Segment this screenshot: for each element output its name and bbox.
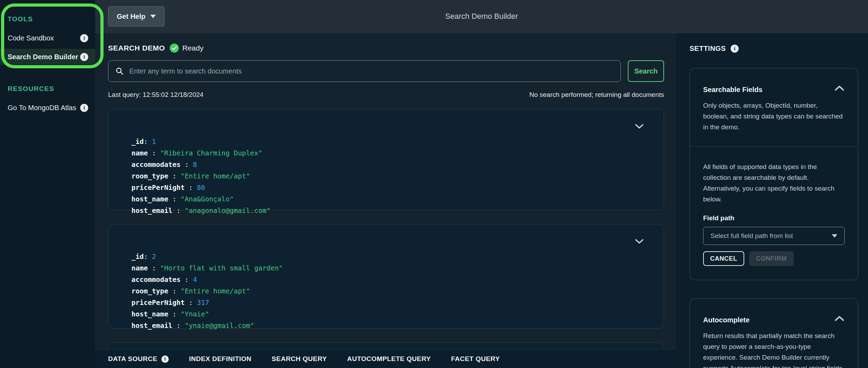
main-content: SEARCH DEMO Ready Search Last query: 12:… xyxy=(95,33,676,368)
top-bar: Get Help Search Demo Builder xyxy=(95,0,868,33)
field-path-label: Field path xyxy=(703,214,845,222)
status-badge: Ready xyxy=(170,44,204,53)
tab-autocomplete-query[interactable]: AUTOCOMPLETE QUERY xyxy=(347,355,431,363)
document-field: pricePerNight : 317 xyxy=(131,297,664,308)
document-json: _id: 2name : "Horto flat with small gard… xyxy=(108,224,664,331)
searchable-fields-description: Only objects, arrays, ObjectId, number, … xyxy=(703,100,845,132)
sidebar-item-label: Code Sandbox xyxy=(8,34,54,42)
document-field: accommodates : 4 xyxy=(131,274,664,285)
document-field: host_name : "Ynaie" xyxy=(131,308,664,320)
check-circle-icon xyxy=(170,44,179,53)
chevron-down-icon xyxy=(150,15,156,18)
document-list: _id: 1name : "Ribeira Charming Duplex"ac… xyxy=(108,109,664,368)
document-field: host_email : "ynaie@gmail.com" xyxy=(131,320,664,331)
searchable-fields-card: Searchable Fields Only objects, arrays, … xyxy=(690,68,858,280)
chevron-up-icon[interactable] xyxy=(834,85,845,93)
field-path-select-value: Select full field path from list xyxy=(710,232,793,240)
info-icon[interactable]: i xyxy=(161,355,169,363)
get-help-button[interactable]: Get Help xyxy=(108,6,165,26)
chevron-down-icon xyxy=(832,234,837,238)
result-note: No search performed; returning all docum… xyxy=(529,91,664,99)
autocomplete-card: Autocomplete Return results that partial… xyxy=(690,298,858,368)
document-field: pricePerNight : 80 xyxy=(131,182,664,193)
info-icon[interactable]: i xyxy=(80,104,88,112)
chevron-down-icon[interactable] xyxy=(634,123,644,131)
status-text: Ready xyxy=(182,44,204,52)
tab-data-source[interactable]: DATA SOURCEi xyxy=(108,355,169,363)
tab-search-query[interactable]: SEARCH QUERY xyxy=(272,355,327,363)
searchable-fields-body: All fields of supported data types in th… xyxy=(703,161,845,205)
sidebar-item-label: Search Demo Builder xyxy=(8,53,78,61)
document-field: name : "Ribeira Charming Duplex" xyxy=(131,147,664,159)
tab-label: INDEX DEFINITION xyxy=(189,355,251,363)
document-field: host_email : "anagonalo@gmail.com" xyxy=(131,205,664,216)
page-title: Search Demo Builder xyxy=(445,12,518,21)
document-field: _id: 1 xyxy=(131,136,664,147)
document-json: _id: 1name : "Ribeira Charming Duplex"ac… xyxy=(108,109,664,216)
search-box[interactable] xyxy=(108,60,621,82)
get-help-label: Get Help xyxy=(117,13,145,21)
info-icon[interactable]: i xyxy=(731,45,739,53)
document-field: _id: 2 xyxy=(131,251,664,262)
chevron-down-icon[interactable] xyxy=(634,238,644,246)
bottom-tab-bar: DATA SOURCEiINDEX DEFINITIONSEARCH QUERY… xyxy=(95,350,676,368)
last-query-text: Last query: 12:55:02 12/18/2024 xyxy=(108,91,204,99)
field-path-select[interactable]: Select full field path from list xyxy=(703,227,845,245)
sidebar-resources-header: RESOURCES xyxy=(8,85,95,93)
sidebar: TOOLS Code Sandbox i Search Demo Builder… xyxy=(0,0,95,368)
tab-facet-query[interactable]: FACET QUERY xyxy=(451,355,500,363)
info-icon[interactable]: i xyxy=(80,53,88,61)
sidebar-item-go-to-mongodb-atlas[interactable]: Go To MongoDB Atlas i xyxy=(0,100,95,116)
settings-panel: SETTINGS i Searchable Fields Only object… xyxy=(676,33,868,368)
search-icon xyxy=(115,67,124,75)
document-field: host_name : "Ana&Gonçalo" xyxy=(131,193,664,205)
sidebar-item-search-demo-builder[interactable]: Search Demo Builder i xyxy=(0,49,95,65)
tab-index-definition[interactable]: INDEX DEFINITION xyxy=(189,355,251,363)
sidebar-item-label: Go To MongoDB Atlas xyxy=(8,104,76,112)
confirm-button[interactable]: CONFIRM xyxy=(749,251,794,266)
chevron-up-icon[interactable] xyxy=(834,315,845,323)
search-input[interactable] xyxy=(129,67,614,75)
sidebar-tools-header: TOOLS xyxy=(8,15,95,23)
info-icon[interactable]: i xyxy=(80,34,88,42)
document-field: name : "Horto flat with small garden" xyxy=(131,262,664,274)
document-field: room_type : "Entire home/apt" xyxy=(131,285,664,297)
tab-label: DATA SOURCE xyxy=(108,355,157,363)
search-button[interactable]: Search xyxy=(628,60,664,82)
document-field: room_type : "Entire home/apt" xyxy=(131,170,664,182)
tab-label: SEARCH QUERY xyxy=(272,355,327,363)
autocomplete-title: Autocomplete xyxy=(703,316,749,324)
document-field: accommodates : 8 xyxy=(131,159,664,170)
sidebar-item-code-sandbox[interactable]: Code Sandbox i xyxy=(0,30,95,46)
searchable-fields-title: Searchable Fields xyxy=(703,86,762,94)
cancel-button[interactable]: CANCEL xyxy=(703,251,744,266)
tab-label: FACET QUERY xyxy=(451,355,500,363)
settings-title: SETTINGS xyxy=(690,45,726,53)
autocomplete-description: Return results that partially match the … xyxy=(703,330,845,368)
document-card: _id: 1name : "Ribeira Charming Duplex"ac… xyxy=(108,109,664,210)
tab-label: AUTOCOMPLETE QUERY xyxy=(347,355,431,363)
document-card: _id: 2name : "Horto flat with small gard… xyxy=(108,224,664,329)
search-demo-label: SEARCH DEMO xyxy=(108,44,165,52)
